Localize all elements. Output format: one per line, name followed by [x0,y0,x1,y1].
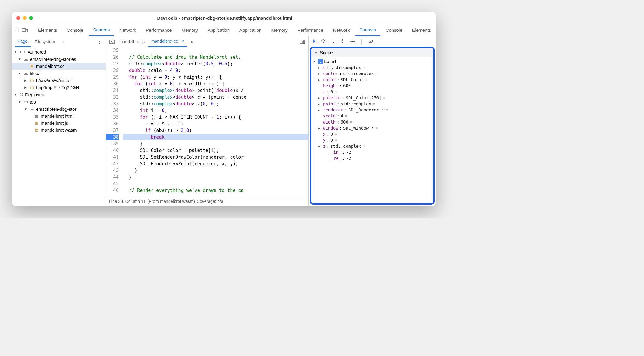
tab-sources[interactable]: Sources [355,24,380,36]
tab-network[interactable]: Network [115,24,140,36]
step-over-icon[interactable] [321,39,326,44]
step-into-icon[interactable] [331,39,335,45]
tree-authored[interactable]: ▼< >Authored [12,48,106,55]
scope-panel: ▼Scope ▼LLocal ▶c: std::complex⌗▶center:… [310,47,435,205]
inspect-icon[interactable] [15,27,21,34]
tree-cloud[interactable]: ▼☁emscripten-dbg-stor [12,105,106,113]
memory-icon[interactable]: ⌗ [353,84,355,88]
cursor-position: Line 38, Column 11 [109,199,146,204]
resume-icon[interactable] [311,39,316,45]
memory-icon[interactable]: ⌗ [345,114,347,118]
tab-performance[interactable]: Performance [293,24,328,36]
main-toolbar: ElementsConsoleSourcesNetworkPerformance… [12,24,436,36]
scope-var[interactable]: ▶renderer: SDL_Renderer *⌗ [313,107,431,113]
tree-file-wasm[interactable]: 🗎mandelbrot.wasm [12,127,106,134]
scope-header[interactable]: ▼Scope [311,48,433,57]
tree-folder[interactable]: ▶🗀tmp/tmp.ELcTq2YGN [12,84,106,91]
memory-icon[interactable]: ⌗ [363,144,365,148]
memory-icon[interactable]: ⌗ [383,96,385,100]
debug-controls [309,36,436,47]
more-side-tabs-icon[interactable]: » [59,36,68,47]
tab-performance[interactable]: Performance [142,24,176,36]
traffic-lights [16,16,33,20]
memory-icon[interactable]: ⌗ [350,120,352,124]
tree-file-proto[interactable]: ▼☁file:// [12,70,106,77]
svg-rect-4 [110,40,114,44]
scope-var[interactable]: ▶palette: SDL_Color[256]⌗ [313,95,431,101]
side-tab-page[interactable]: Page [15,36,31,47]
navigator-sidebar: PageFilesystem » ⋮ ▼< >Authored ▼☁emscri… [12,36,106,206]
file-tree: ▼< >Authored ▼☁emscripten-dbg-stories 🗎m… [12,47,106,206]
tab-application[interactable]: Application [235,24,266,36]
maximize-icon[interactable] [29,16,33,20]
tree-cloud[interactable]: ▼☁emscripten-dbg-stories [12,55,106,63]
step-icon[interactable] [349,39,355,44]
devtools-window: DevTools - emscripten-dbg-stories.netlif… [12,12,436,206]
scope-var[interactable]: i: 0⌗ [313,89,431,95]
scope-var[interactable]: ▼z: std::complex⌗ [313,143,431,149]
tab-elements[interactable]: Elements [34,24,61,36]
scope-var-child[interactable]: __re_: -2 [313,155,431,161]
tab-elements[interactable]: Elements [408,24,435,36]
memory-icon[interactable]: ⌗ [365,77,367,82]
scope-var[interactable]: ▶color: SDL_Color⌗ [313,77,431,83]
scope-var[interactable]: width: 600⌗ [313,119,431,125]
source-link[interactable]: mandelbrot.wasm [160,199,194,204]
scope-local[interactable]: ▼LLocal [313,58,431,64]
memory-icon[interactable]: ⌗ [363,65,365,70]
tree-file-html[interactable]: 🗎mandelbrot.html [12,113,106,120]
svg-point-14 [354,41,355,42]
close-tab-icon[interactable]: × [182,39,184,44]
step-out-icon[interactable] [340,39,344,45]
tree-deployed[interactable]: ▼⬡Deployed [12,91,106,98]
scope-var[interactable]: y: 0⌗ [313,137,431,143]
scope-var-child[interactable]: __im_: -2 [313,149,431,155]
memory-icon[interactable]: ⌗ [335,90,337,94]
tree-file-mandelbrot-cc[interactable]: 🗎mandelbrot.cc [12,63,106,70]
editor-tab[interactable]: mandelbrot.cc× [148,36,187,47]
device-icon[interactable] [22,27,28,34]
scope-var[interactable]: scale: 4⌗ [313,113,431,119]
tab-sources[interactable]: Sources [89,24,114,36]
svg-point-10 [333,42,334,43]
tab-application[interactable]: Application [203,24,234,36]
scope-var[interactable]: height: 600⌗ [313,83,431,89]
memory-icon[interactable]: ⌗ [376,71,378,76]
side-tab-filesystem[interactable]: Filesystem [32,36,58,47]
memory-icon[interactable]: ⌗ [335,138,337,142]
toggle-navigator-icon[interactable] [108,38,116,45]
svg-rect-2 [26,29,28,32]
close-icon[interactable] [16,16,20,20]
deactivate-breakpoints-icon[interactable] [368,39,374,44]
tab-memory[interactable]: Memory [177,24,202,36]
scope-var[interactable]: ▶point: std::complex⌗ [313,101,431,107]
coverage-info: Coverage: n/a [197,199,223,204]
memory-icon[interactable]: ⌗ [335,132,337,136]
more-editor-tabs-icon[interactable]: » [188,36,196,47]
memory-icon[interactable]: ⌗ [373,102,375,106]
scope-var[interactable]: ▶center: std::complex⌗ [313,71,431,77]
tab-console[interactable]: Console [63,24,88,36]
debugger-pane: ▼Scope ▼LLocal ▶c: std::complex⌗▶center:… [309,36,436,206]
tree-folder[interactable]: ▶🗀b/s/w/ir/x/w/install [12,77,106,84]
memory-icon[interactable]: ⌗ [376,126,378,130]
tree-file-js[interactable]: 🗎mandelbrot.js [12,120,106,127]
svg-rect-1 [22,29,26,31]
scope-var[interactable]: ▶c: std::complex⌗ [313,64,431,71]
editor-tab[interactable]: mandelbrot.js [116,36,148,47]
toggle-debugger-icon[interactable] [299,38,306,45]
window-title: DevTools - emscripten-dbg-stories.netlif… [33,15,416,21]
source-map-info: (From mandelbrot.wasm) [147,199,195,204]
scope-var[interactable]: x: 0⌗ [313,131,431,137]
navigator-menu-icon[interactable]: ⋮ [96,38,103,45]
tab-console[interactable]: Console [382,24,407,36]
tab-memory[interactable]: Memory [267,24,292,36]
code-editor[interactable]: 2526272829303132333435363738394041424344… [106,47,308,196]
scope-var[interactable]: ▶window: SDL_Window *⌗ [313,125,431,131]
minimize-icon[interactable] [23,16,27,20]
svg-point-12 [342,42,343,43]
tab-network[interactable]: Network [329,24,354,36]
editor-pane: mandelbrot.jsmandelbrot.cc× » 2526272829… [106,36,309,206]
memory-icon[interactable]: ⌗ [386,108,388,112]
tree-top[interactable]: ▼▭top [12,98,106,105]
